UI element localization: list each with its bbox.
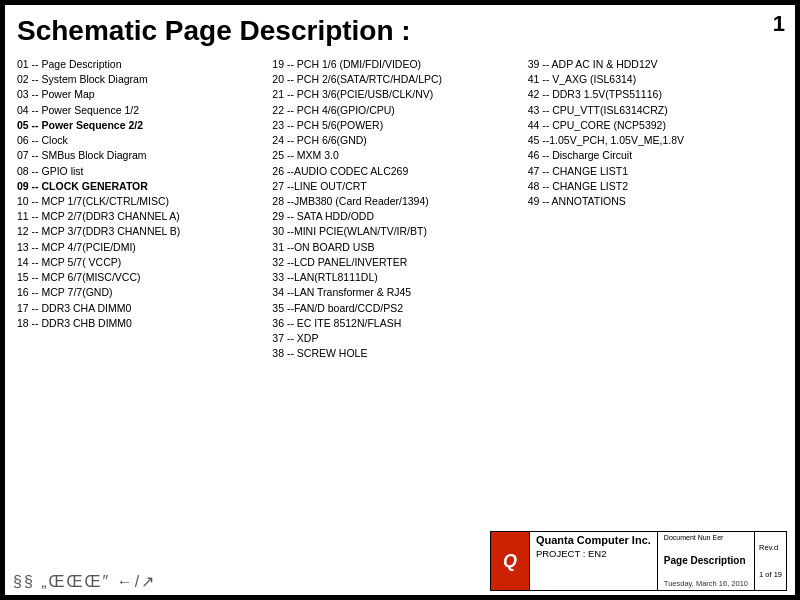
page-number: 1 <box>773 11 785 37</box>
doc-sheet: 1 of 19 <box>759 570 782 579</box>
list-item: 34 --LAN Transformer & RJ45 <box>272 285 521 300</box>
sheet-num: 1 <box>759 570 763 579</box>
list-item: 11 -- MCP 2/7(DDR3 CHANNEL A) <box>17 209 266 224</box>
list-item: 29 -- SATA HDD/ODD <box>272 209 521 224</box>
doc-date: Tuesday, March 16, 2010 <box>664 579 748 588</box>
list-item: 49 -- ANNOTATIONS <box>528 194 777 209</box>
company-name: Quanta Computer Inc. <box>536 534 651 546</box>
list-item: 41 -- V_AXG (ISL6314) <box>528 72 777 87</box>
list-item: 10 -- MCP 1/7(CLK/CTRL/MISC) <box>17 194 266 209</box>
list-item: 08 -- GPIO list <box>17 164 266 179</box>
list-item: 02 -- System Block Diagram <box>17 72 266 87</box>
sheet-of: of 19 <box>765 570 782 579</box>
doc-label: Document Nun Eer <box>664 534 748 541</box>
list-item: 33 --LAN(RTL8111DL) <box>272 270 521 285</box>
list-item: 14 -- MCP 5/7( VCCP) <box>17 255 266 270</box>
list-item: 23 -- PCH 5/6(POWER) <box>272 118 521 133</box>
list-item: 17 -- DDR3 CHA DIMM0 <box>17 301 266 316</box>
company-logo: Q <box>491 532 529 590</box>
list-item: 01 -- Page Description <box>17 57 266 72</box>
list-item: 46 -- Discharge Circuit <box>528 148 777 163</box>
list-item: 16 -- MCP 7/7(GND) <box>17 285 266 300</box>
list-item: 20 -- PCH 2/6(SATA/RTC/HDA/LPC) <box>272 72 521 87</box>
list-item: 25 -- MXM 3.0 <box>272 148 521 163</box>
list-item: 36 -- EC ITE 8512N/FLASH <box>272 316 521 331</box>
company-info: Quanta Computer Inc. PROJECT : EN2 <box>529 532 657 590</box>
list-item: 37 -- XDP <box>272 331 521 346</box>
list-item: 27 --LINE OUT/CRT <box>272 179 521 194</box>
list-item: 06 -- Clock <box>17 133 266 148</box>
page-title: Schematic Page Description : <box>17 15 783 47</box>
list-item: 39 -- ADP AC IN & HDD12V <box>528 57 777 72</box>
list-item: 44 -- CPU_CORE (NCP5392) <box>528 118 777 133</box>
project-info: PROJECT : EN2 <box>536 548 651 559</box>
list-item: 12 -- MCP 3/7(DDR3 CHANNEL B) <box>17 224 266 239</box>
list-item: 09 -- CLOCK GENERATOR <box>17 179 266 194</box>
list-item: 15 -- MCP 6/7(MISC/VCC) <box>17 270 266 285</box>
list-item: 07 -- SMBus Block Diagram <box>17 148 266 163</box>
list-item: 03 -- Power Map <box>17 87 266 102</box>
list-item: 38 -- SCREW HOLE <box>272 346 521 361</box>
doc-desc: Page Description <box>664 555 748 566</box>
column-3: 39 -- ADP AC IN & HDD12V41 -- V_AXG (ISL… <box>528 57 783 361</box>
list-item: 22 -- PCH 4/6(GPIO/CPU) <box>272 103 521 118</box>
list-item: 31 --ON BOARD USB <box>272 240 521 255</box>
list-item: 35 --FAN/D board/CCD/PS2 <box>272 301 521 316</box>
title-block: Q Quanta Computer Inc. PROJECT : EN2 Doc… <box>490 531 787 591</box>
list-item: 48 -- CHANGE LIST2 <box>528 179 777 194</box>
footer: §§ „ŒŒŒ″ ←/↗ Q Quanta Computer Inc. PROJ… <box>5 531 795 595</box>
list-item: 21 -- PCH 3/6(PCIE/USB/CLK/NV) <box>272 87 521 102</box>
column-1: 01 -- Page Description02 -- System Block… <box>17 57 272 361</box>
doc-rev: Rev.d <box>759 543 782 552</box>
list-item: 18 -- DDR3 CHB DIMM0 <box>17 316 266 331</box>
list-item: 24 -- PCH 6/6(GND) <box>272 133 521 148</box>
list-item: 42 -- DDR3 1.5V(TPS51116) <box>528 87 777 102</box>
list-item: 32 --LCD PANEL/INVERTER <box>272 255 521 270</box>
page-container: 1 Schematic Page Description : 01 -- Pag… <box>2 2 798 598</box>
doc-details: Document Nun Eer Page Description Tuesda… <box>657 532 754 590</box>
footer-text: §§ „ŒŒŒ″ ←/↗ <box>13 572 156 591</box>
list-item: 13 -- MCP 4/7(PCIE/DMI) <box>17 240 266 255</box>
list-item: 19 -- PCH 1/6 (DMI/FDI/VIDEO) <box>272 57 521 72</box>
list-item: 30 --MINI PCIE(WLAN/TV/IR/BT) <box>272 224 521 239</box>
list-item: 05 -- Power Sequence 2/2 <box>17 118 266 133</box>
content-area: 01 -- Page Description02 -- System Block… <box>17 57 783 361</box>
list-item: 28 --JMB380 (Card Reader/1394) <box>272 194 521 209</box>
list-item: 04 -- Power Sequence 1/2 <box>17 103 266 118</box>
project-label: PROJECT : <box>536 548 585 559</box>
project-value: EN2 <box>588 548 606 559</box>
list-item: 43 -- CPU_VTT(ISL6314CRZ) <box>528 103 777 118</box>
column-2: 19 -- PCH 1/6 (DMI/FDI/VIDEO)20 -- PCH 2… <box>272 57 527 361</box>
list-item: 45 --1.05V_PCH, 1.05V_ME,1.8V <box>528 133 777 148</box>
doc-meta: Rev.d 1 of 19 <box>754 532 786 590</box>
list-item: 26 --AUDIO CODEC ALC269 <box>272 164 521 179</box>
list-item: 47 -- CHANGE LIST1 <box>528 164 777 179</box>
